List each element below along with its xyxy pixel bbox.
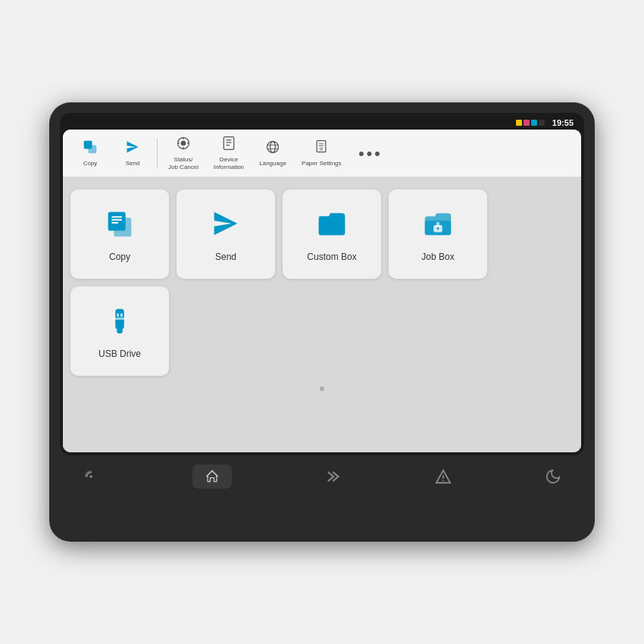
svg-rect-22	[108, 212, 126, 231]
send-nav-icon	[125, 139, 140, 158]
main-content: Copy Send	[63, 177, 581, 452]
nav-send[interactable]: Send	[111, 136, 154, 170]
nav-more[interactable]: ●●●	[349, 144, 392, 162]
svg-marker-26	[214, 212, 238, 236]
main-screen: Copy Send	[63, 130, 581, 452]
device-info-nav-icon	[221, 136, 236, 155]
ink-black	[539, 120, 545, 126]
ink-level-indicator	[516, 120, 545, 126]
svg-point-33	[117, 328, 123, 334]
more-nav-icon: ●●●	[358, 147, 382, 159]
nav-status-label: Status/Job Cancel	[168, 156, 199, 170]
nav-status[interactable]: Status/Job Cancel	[161, 133, 206, 174]
svg-marker-2	[127, 141, 139, 152]
screen-bezel: 19:55 Copy	[60, 113, 584, 455]
ink-yellow	[516, 120, 522, 126]
nav-copy[interactable]: Copy	[69, 136, 111, 170]
svg-rect-9	[224, 137, 233, 150]
pagination	[70, 383, 574, 392]
language-nav-icon	[265, 139, 280, 158]
nav-paper-settings[interactable]: Paper Settings	[294, 136, 349, 170]
clock: 19:55	[552, 118, 574, 127]
job-box-tile-icon	[420, 206, 455, 245]
svg-point-14	[270, 141, 276, 152]
usb-drive-tile[interactable]: USB Drive	[70, 286, 169, 376]
nav-send-label: Send	[126, 160, 140, 167]
nav-language[interactable]: Language	[252, 136, 294, 170]
device-body: 19:55 Copy	[49, 102, 595, 542]
status-bar: 19:55	[63, 116, 581, 130]
forward-button[interactable]	[325, 468, 342, 485]
copy-tile-label: Copy	[109, 252, 130, 262]
nav-device-info-label: DeviceInformation	[214, 156, 244, 170]
svg-point-13	[267, 141, 279, 152]
svg-rect-34	[112, 317, 127, 320]
bottom-bar	[60, 457, 584, 496]
status-nav-icon	[176, 136, 191, 155]
send-tile[interactable]: Send	[177, 189, 275, 279]
nav-paper-settings-label: Paper Settings	[302, 160, 341, 167]
usb-drive-tile-label: USB Drive	[98, 349, 141, 359]
svg-point-4	[181, 141, 186, 146]
home-button[interactable]	[192, 464, 232, 489]
nav-divider	[157, 138, 158, 168]
copy-tile[interactable]: Copy	[70, 189, 169, 279]
app-row-2: USB Drive	[70, 286, 574, 376]
svg-rect-30	[436, 222, 439, 227]
svg-point-31	[437, 227, 439, 230]
custom-box-tile-label: Custom Box	[307, 252, 356, 262]
job-box-tile[interactable]: Job Box	[389, 189, 487, 279]
nav-device-info[interactable]: DeviceInformation	[206, 133, 252, 174]
copy-tile-icon	[102, 206, 137, 245]
send-tile-icon	[208, 206, 243, 245]
svg-rect-35	[117, 314, 119, 317]
alert-button[interactable]	[435, 468, 452, 485]
svg-point-20	[320, 148, 323, 150]
svg-rect-36	[120, 314, 123, 317]
copy-nav-icon	[83, 139, 98, 158]
svg-rect-27	[319, 220, 345, 235]
custom-box-tile-icon	[314, 206, 349, 245]
svg-rect-1	[84, 140, 92, 148]
job-box-tile-label: Job Box	[421, 252, 454, 262]
page-dot-1	[320, 386, 324, 391]
nav-language-label: Language	[259, 160, 286, 167]
ink-magenta	[524, 120, 530, 126]
paper-settings-nav-icon	[314, 139, 329, 158]
app-row-1: Copy Send	[70, 189, 574, 279]
sleep-button[interactable]	[545, 468, 561, 485]
custom-box-tile[interactable]: Custom Box	[283, 189, 381, 279]
svg-point-37	[89, 475, 92, 478]
nav-copy-label: Copy	[83, 160, 98, 167]
ink-cyan	[531, 120, 537, 126]
usb-drive-tile-icon	[102, 303, 137, 342]
nav-bar: Copy Send	[63, 130, 581, 177]
send-tile-label: Send	[215, 252, 236, 262]
svg-point-39	[442, 480, 444, 482]
nfc-button[interactable]	[83, 468, 99, 485]
